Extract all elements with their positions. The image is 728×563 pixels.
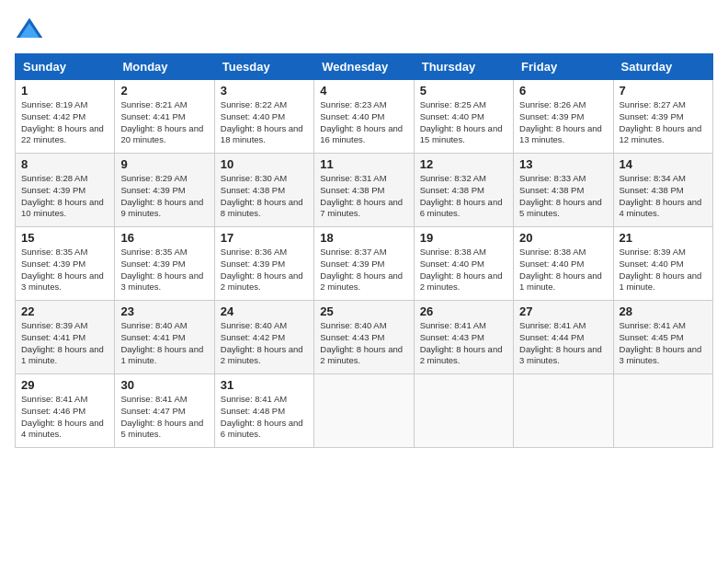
- calendar-day-cell: [314, 374, 414, 448]
- day-info: Sunrise: 8:22 AM Sunset: 4:40 PM Dayligh…: [221, 99, 308, 146]
- day-number: 5: [420, 84, 507, 98]
- day-info: Sunrise: 8:41 AM Sunset: 4:46 PM Dayligh…: [21, 394, 108, 441]
- day-number: 15: [21, 231, 108, 245]
- calendar-day-cell: 11 Sunrise: 8:31 AM Sunset: 4:38 PM Dayl…: [314, 154, 414, 227]
- calendar-day-cell: 27 Sunrise: 8:41 AM Sunset: 4:44 PM Dayl…: [514, 301, 613, 374]
- calendar-body: 1 Sunrise: 8:19 AM Sunset: 4:42 PM Dayli…: [16, 80, 713, 448]
- day-info: Sunrise: 8:40 AM Sunset: 4:43 PM Dayligh…: [320, 320, 407, 367]
- day-number: 9: [120, 157, 208, 171]
- calendar-day-cell: [514, 374, 613, 448]
- day-info: Sunrise: 8:26 AM Sunset: 4:39 PM Dayligh…: [519, 99, 607, 146]
- day-number: 29: [21, 378, 108, 392]
- day-number: 2: [120, 84, 208, 98]
- calendar-header-cell: Monday: [115, 54, 214, 80]
- day-info: Sunrise: 8:36 AM Sunset: 4:39 PM Dayligh…: [221, 247, 308, 293]
- day-number: 20: [519, 231, 607, 245]
- day-info: Sunrise: 8:38 AM Sunset: 4:40 PM Dayligh…: [420, 247, 507, 293]
- day-number: 24: [221, 304, 308, 318]
- calendar-header-cell: Thursday: [414, 54, 513, 80]
- day-info: Sunrise: 8:29 AM Sunset: 4:39 PM Dayligh…: [120, 173, 208, 220]
- day-info: Sunrise: 8:39 AM Sunset: 4:41 PM Dayligh…: [21, 320, 108, 367]
- day-info: Sunrise: 8:41 AM Sunset: 4:47 PM Dayligh…: [120, 394, 208, 441]
- calendar-day-cell: 18 Sunrise: 8:37 AM Sunset: 4:39 PM Dayl…: [314, 227, 414, 301]
- calendar-header-cell: Wednesday: [314, 54, 414, 80]
- calendar-day-cell: 26 Sunrise: 8:41 AM Sunset: 4:43 PM Dayl…: [414, 301, 513, 374]
- day-number: 21: [620, 231, 707, 245]
- day-number: 12: [420, 157, 507, 171]
- day-number: 8: [21, 157, 108, 171]
- logo: [15, 15, 48, 44]
- day-info: Sunrise: 8:40 AM Sunset: 4:41 PM Dayligh…: [120, 320, 208, 367]
- day-number: 17: [221, 231, 308, 245]
- calendar-week-row: 15 Sunrise: 8:35 AM Sunset: 4:39 PM Dayl…: [16, 227, 713, 301]
- day-info: Sunrise: 8:40 AM Sunset: 4:42 PM Dayligh…: [221, 320, 308, 367]
- day-info: Sunrise: 8:39 AM Sunset: 4:40 PM Dayligh…: [620, 247, 707, 293]
- calendar-day-cell: [613, 374, 712, 448]
- day-number: 14: [620, 157, 707, 171]
- calendar-day-cell: 30 Sunrise: 8:41 AM Sunset: 4:47 PM Dayl…: [115, 374, 214, 448]
- calendar-day-cell: 15 Sunrise: 8:35 AM Sunset: 4:39 PM Dayl…: [16, 227, 115, 301]
- calendar-week-row: 22 Sunrise: 8:39 AM Sunset: 4:41 PM Dayl…: [16, 301, 713, 374]
- logo-icon: [15, 15, 44, 44]
- day-info: Sunrise: 8:27 AM Sunset: 4:39 PM Dayligh…: [620, 99, 707, 146]
- calendar-header-cell: Friday: [514, 54, 613, 80]
- day-info: Sunrise: 8:25 AM Sunset: 4:40 PM Dayligh…: [420, 99, 507, 146]
- day-number: 1: [21, 84, 108, 98]
- calendar-day-cell: 5 Sunrise: 8:25 AM Sunset: 4:40 PM Dayli…: [414, 80, 513, 154]
- day-info: Sunrise: 8:37 AM Sunset: 4:39 PM Dayligh…: [320, 247, 407, 293]
- day-number: 19: [420, 231, 507, 245]
- calendar-day-cell: 9 Sunrise: 8:29 AM Sunset: 4:39 PM Dayli…: [115, 154, 214, 227]
- calendar-header-cell: Tuesday: [214, 54, 313, 80]
- calendar-day-cell: 31 Sunrise: 8:41 AM Sunset: 4:48 PM Dayl…: [214, 374, 313, 448]
- calendar-day-cell: 1 Sunrise: 8:19 AM Sunset: 4:42 PM Dayli…: [16, 80, 115, 154]
- day-number: 30: [120, 378, 208, 392]
- day-info: Sunrise: 8:41 AM Sunset: 4:44 PM Dayligh…: [519, 320, 607, 367]
- day-info: Sunrise: 8:28 AM Sunset: 4:39 PM Dayligh…: [21, 173, 108, 220]
- calendar-header-row: SundayMondayTuesdayWednesdayThursdayFrid…: [16, 54, 713, 80]
- day-number: 7: [620, 84, 707, 98]
- day-info: Sunrise: 8:41 AM Sunset: 4:48 PM Dayligh…: [221, 394, 308, 441]
- calendar-day-cell: 23 Sunrise: 8:40 AM Sunset: 4:41 PM Dayl…: [115, 301, 214, 374]
- day-info: Sunrise: 8:31 AM Sunset: 4:38 PM Dayligh…: [320, 173, 407, 220]
- calendar-day-cell: 29 Sunrise: 8:41 AM Sunset: 4:46 PM Dayl…: [16, 374, 115, 448]
- calendar-header-cell: Sunday: [16, 54, 115, 80]
- day-number: 22: [21, 304, 108, 318]
- day-number: 4: [320, 84, 407, 98]
- calendar-day-cell: 19 Sunrise: 8:38 AM Sunset: 4:40 PM Dayl…: [414, 227, 513, 301]
- calendar-day-cell: 22 Sunrise: 8:39 AM Sunset: 4:41 PM Dayl…: [16, 301, 115, 374]
- day-number: 31: [221, 378, 308, 392]
- calendar-week-row: 1 Sunrise: 8:19 AM Sunset: 4:42 PM Dayli…: [16, 80, 713, 154]
- day-info: Sunrise: 8:19 AM Sunset: 4:42 PM Dayligh…: [21, 99, 108, 146]
- day-number: 6: [519, 84, 607, 98]
- calendar-day-cell: 20 Sunrise: 8:38 AM Sunset: 4:40 PM Dayl…: [514, 227, 613, 301]
- calendar-day-cell: 4 Sunrise: 8:23 AM Sunset: 4:40 PM Dayli…: [314, 80, 414, 154]
- day-info: Sunrise: 8:35 AM Sunset: 4:39 PM Dayligh…: [21, 247, 108, 293]
- day-number: 13: [519, 157, 607, 171]
- calendar-day-cell: 2 Sunrise: 8:21 AM Sunset: 4:41 PM Dayli…: [115, 80, 214, 154]
- calendar-header-cell: Saturday: [613, 54, 712, 80]
- day-number: 10: [221, 157, 308, 171]
- day-info: Sunrise: 8:41 AM Sunset: 4:43 PM Dayligh…: [420, 320, 507, 367]
- calendar-day-cell: 16 Sunrise: 8:35 AM Sunset: 4:39 PM Dayl…: [115, 227, 214, 301]
- page-header: [15, 15, 713, 44]
- day-info: Sunrise: 8:32 AM Sunset: 4:38 PM Dayligh…: [420, 173, 507, 220]
- calendar-day-cell: 12 Sunrise: 8:32 AM Sunset: 4:38 PM Dayl…: [414, 154, 513, 227]
- calendar-day-cell: [414, 374, 513, 448]
- day-number: 28: [620, 304, 707, 318]
- calendar-day-cell: 25 Sunrise: 8:40 AM Sunset: 4:43 PM Dayl…: [314, 301, 414, 374]
- day-info: Sunrise: 8:38 AM Sunset: 4:40 PM Dayligh…: [519, 247, 607, 293]
- calendar-day-cell: 14 Sunrise: 8:34 AM Sunset: 4:38 PM Dayl…: [613, 154, 712, 227]
- calendar-day-cell: 21 Sunrise: 8:39 AM Sunset: 4:40 PM Dayl…: [613, 227, 712, 301]
- calendar-day-cell: 7 Sunrise: 8:27 AM Sunset: 4:39 PM Dayli…: [613, 80, 712, 154]
- calendar-table: SundayMondayTuesdayWednesdayThursdayFrid…: [15, 53, 713, 448]
- day-number: 27: [519, 304, 607, 318]
- day-info: Sunrise: 8:35 AM Sunset: 4:39 PM Dayligh…: [120, 247, 208, 293]
- calendar-week-row: 29 Sunrise: 8:41 AM Sunset: 4:46 PM Dayl…: [16, 374, 713, 448]
- calendar-day-cell: 24 Sunrise: 8:40 AM Sunset: 4:42 PM Dayl…: [214, 301, 313, 374]
- calendar-day-cell: 8 Sunrise: 8:28 AM Sunset: 4:39 PM Dayli…: [16, 154, 115, 227]
- day-info: Sunrise: 8:34 AM Sunset: 4:38 PM Dayligh…: [620, 173, 707, 220]
- calendar-week-row: 8 Sunrise: 8:28 AM Sunset: 4:39 PM Dayli…: [16, 154, 713, 227]
- day-number: 11: [320, 157, 407, 171]
- calendar-day-cell: 28 Sunrise: 8:41 AM Sunset: 4:45 PM Dayl…: [613, 301, 712, 374]
- day-number: 16: [120, 231, 208, 245]
